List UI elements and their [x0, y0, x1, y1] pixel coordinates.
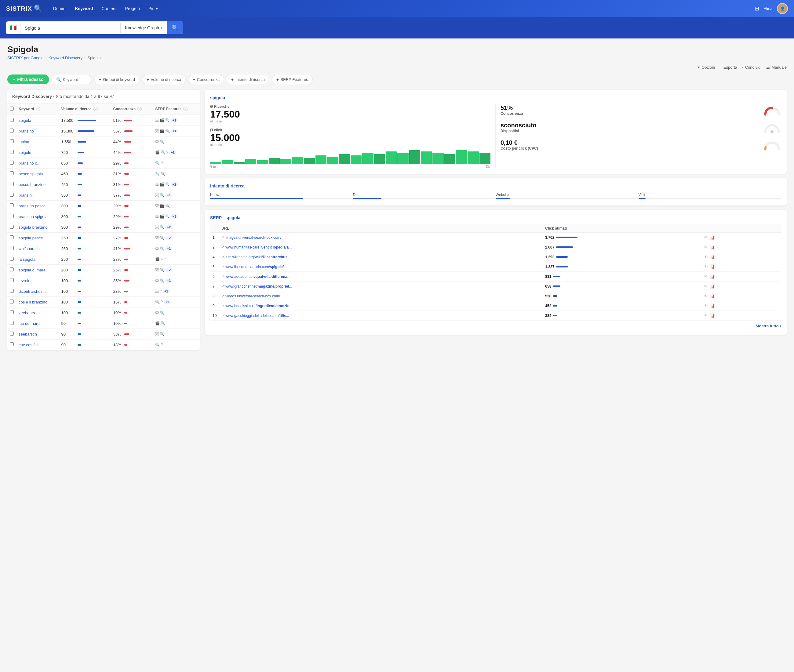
row-checkbox[interactable]: [10, 203, 14, 207]
breadcrumb-sistrix[interactable]: SISTRIX per Google: [7, 56, 44, 60]
chart-icon[interactable]: 📊: [710, 294, 715, 298]
chart-icon[interactable]: 📊: [710, 284, 715, 288]
keyword-cell[interactable]: zeebaars: [16, 307, 59, 318]
arrow-right-icon[interactable]: ›: [716, 274, 718, 279]
opzioni-button[interactable]: ▾ Opzioni: [698, 65, 715, 70]
chart-icon[interactable]: 📊: [710, 254, 715, 259]
keyword-cell[interactable]: cos è il branzino: [16, 297, 59, 307]
row-checkbox[interactable]: [10, 139, 14, 143]
keyword-cell[interactable]: spigola branzino: [16, 222, 59, 233]
mostra-tutto-button[interactable]: Mostra tutto ›: [210, 321, 781, 330]
keyword-cell[interactable]: wolfsbarsch: [16, 243, 59, 254]
row-checkbox[interactable]: [10, 118, 14, 122]
keyword-cell[interactable]: spigola di mare: [16, 265, 59, 275]
keyword-cell[interactable]: lup de mare: [16, 318, 59, 329]
row-checkbox[interactable]: [10, 289, 14, 293]
serp-url[interactable]: www.grandchef.net/magazine/propriet...: [226, 284, 292, 288]
row-checkbox[interactable]: [10, 278, 14, 282]
volume-ricerca-filter[interactable]: + Volume di ricerca: [142, 75, 186, 84]
serp-help-icon[interactable]: ?: [183, 107, 187, 111]
keyword-cell[interactable]: branzino pesce: [16, 201, 59, 211]
chart-icon[interactable]: 📊: [710, 313, 715, 318]
serp-url[interactable]: www.aquadema.it/qual-e-la-differenza-...: [226, 275, 293, 279]
eye-icon[interactable]: 👁: [704, 304, 708, 308]
keyword-cell[interactable]: dicentrarchus...: [16, 286, 59, 297]
keyword-cell[interactable]: lubina: [16, 136, 59, 147]
keyword-cell[interactable]: branzino o...: [16, 158, 59, 168]
eye-icon[interactable]: 👁: [704, 294, 708, 298]
eye-icon[interactable]: 👁: [704, 284, 708, 288]
condividi-button[interactable]: ⟨ Condividi: [742, 65, 761, 70]
arrow-right-icon[interactable]: ›: [716, 254, 718, 259]
eye-icon[interactable]: 👁: [704, 264, 708, 269]
search-button[interactable]: 🔍: [167, 21, 183, 34]
concorrenza-help-icon[interactable]: ?: [138, 107, 142, 111]
keyword-cell[interactable]: seebarsch: [16, 329, 59, 339]
serp-url[interactable]: it.m.wikipedia.org/wiki/Dicentrarchus_..…: [226, 255, 292, 259]
chart-icon[interactable]: 📊: [710, 245, 715, 250]
row-checkbox[interactable]: [10, 225, 14, 229]
row-checkbox[interactable]: [10, 171, 14, 175]
serp-features-filter[interactable]: + SERP Features: [272, 75, 313, 84]
manuale-button[interactable]: ☰ Manuale: [766, 65, 787, 70]
keyword-help-icon[interactable]: ?: [36, 107, 40, 111]
serp-url[interactable]: videos.universal-search-box.com/: [226, 294, 280, 298]
row-checkbox[interactable]: [10, 235, 14, 239]
serp-url[interactable]: images.universal-search-box.com/: [226, 235, 281, 240]
search-input[interactable]: [21, 22, 120, 34]
concorrenza-filter[interactable]: + Concorrenza: [188, 75, 224, 84]
country-flag[interactable]: 🇮🇹: [6, 22, 21, 34]
nav-domini[interactable]: Domini: [50, 4, 70, 13]
keyword-cell[interactable]: spigola: [16, 115, 59, 126]
row-checkbox[interactable]: [10, 321, 14, 325]
keyword-cell[interactable]: levrek: [16, 275, 59, 286]
eye-icon[interactable]: 👁: [704, 254, 708, 259]
eye-icon[interactable]: 👁: [704, 274, 708, 279]
chart-icon[interactable]: 📊: [710, 274, 715, 279]
row-checkbox[interactable]: [10, 310, 14, 314]
keyword-cell[interactable]: branzino spigola: [16, 211, 59, 222]
eye-icon[interactable]: 👁: [704, 235, 708, 240]
row-checkbox[interactable]: [10, 331, 14, 336]
keyword-cell[interactable]: branzini: [16, 190, 59, 201]
esporta-button[interactable]: ↑ Esporta: [720, 65, 737, 70]
chart-icon[interactable]: 📊: [710, 235, 715, 240]
serp-url[interactable]: www.gacchioggiadeltadelpo.com/it/te...: [226, 314, 289, 318]
arrow-right-icon[interactable]: ›: [716, 304, 718, 308]
keyword-cell[interactable]: branzino: [16, 126, 59, 136]
chart-icon[interactable]: 📊: [710, 264, 715, 269]
row-checkbox[interactable]: [10, 342, 14, 346]
row-checkbox[interactable]: [10, 128, 14, 133]
logo[interactable]: SISTRIX 🔍: [6, 5, 42, 13]
volume-help-icon[interactable]: ?: [93, 107, 98, 111]
row-checkbox[interactable]: [10, 257, 14, 261]
breadcrumb-kw-discovery[interactable]: Keyword Discovery: [48, 56, 82, 60]
keyword-cell[interactable]: che cos è il...: [16, 339, 59, 350]
arrow-right-icon[interactable]: ›: [716, 313, 718, 318]
row-checkbox[interactable]: [10, 150, 14, 154]
keyword-cell[interactable]: pesce spigola: [16, 168, 59, 179]
nav-progetti[interactable]: Progetti: [122, 4, 144, 13]
arrow-right-icon[interactable]: ›: [716, 235, 718, 240]
eye-icon[interactable]: 👁: [704, 313, 708, 318]
chart-icon[interactable]: 📊: [710, 304, 715, 308]
filtra-adesso-button[interactable]: + Filtra adesso: [7, 75, 49, 84]
intento-ricerca-filter[interactable]: + Intento di ricerca: [227, 75, 269, 84]
serp-url[interactable]: www.ilcuocoincamicia.com/spigola/: [226, 265, 284, 269]
nav-keyword[interactable]: Keyword: [71, 4, 96, 13]
row-checkbox[interactable]: [10, 182, 14, 186]
keyword-cell[interactable]: spigole: [16, 147, 59, 158]
arrow-right-icon[interactable]: ›: [716, 245, 718, 250]
serp-url[interactable]: www.humanitas-care.it/enciclopedia/a...: [226, 245, 291, 250]
arrow-right-icon[interactable]: ›: [716, 264, 718, 269]
row-checkbox[interactable]: [10, 214, 14, 218]
grid-icon[interactable]: ⊞: [755, 5, 759, 12]
gruppi-keyword-filter[interactable]: + Gruppi di keyword: [94, 75, 139, 84]
search-mode-dropdown[interactable]: Knowledge Graph ▾: [120, 23, 167, 33]
arrow-right-icon[interactable]: ›: [716, 294, 718, 298]
row-checkbox[interactable]: [10, 193, 14, 197]
row-checkbox[interactable]: [10, 299, 14, 304]
select-all-checkbox[interactable]: [10, 107, 14, 110]
serp-url[interactable]: www.buonissimo.it/ingredienti/branzin...: [226, 304, 292, 308]
arrow-right-icon[interactable]: ›: [716, 284, 718, 288]
